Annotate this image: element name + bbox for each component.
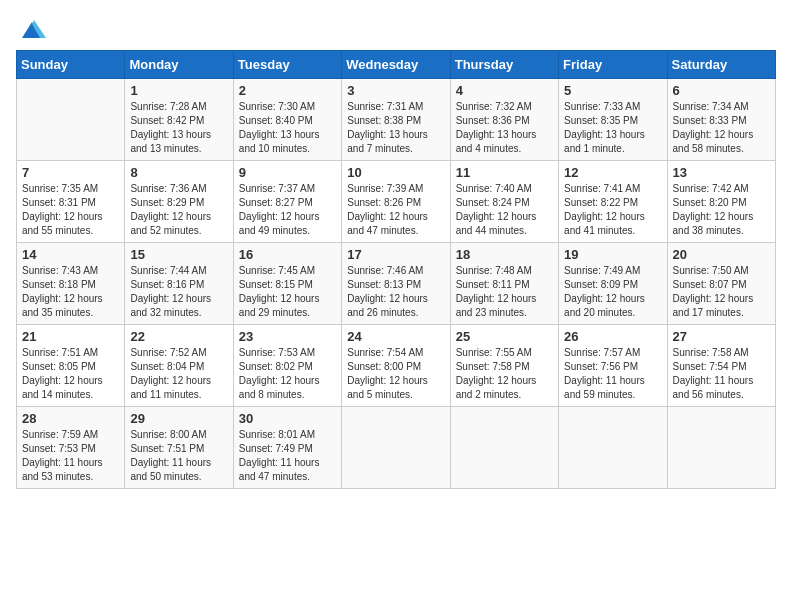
calendar-cell: 14Sunrise: 7:43 AM Sunset: 8:18 PM Dayli…	[17, 243, 125, 325]
day-header-friday: Friday	[559, 51, 667, 79]
day-number: 2	[239, 83, 336, 98]
day-content: Sunrise: 7:51 AM Sunset: 8:05 PM Dayligh…	[22, 346, 119, 402]
day-header-sunday: Sunday	[17, 51, 125, 79]
calendar-cell: 11Sunrise: 7:40 AM Sunset: 8:24 PM Dayli…	[450, 161, 558, 243]
day-number: 25	[456, 329, 553, 344]
calendar-cell: 19Sunrise: 7:49 AM Sunset: 8:09 PM Dayli…	[559, 243, 667, 325]
day-number: 30	[239, 411, 336, 426]
day-number: 29	[130, 411, 227, 426]
day-number: 26	[564, 329, 661, 344]
calendar-cell: 29Sunrise: 8:00 AM Sunset: 7:51 PM Dayli…	[125, 407, 233, 489]
calendar-cell: 6Sunrise: 7:34 AM Sunset: 8:33 PM Daylig…	[667, 79, 775, 161]
calendar-cell: 8Sunrise: 7:36 AM Sunset: 8:29 PM Daylig…	[125, 161, 233, 243]
day-content: Sunrise: 7:44 AM Sunset: 8:16 PM Dayligh…	[130, 264, 227, 320]
day-content: Sunrise: 7:53 AM Sunset: 8:02 PM Dayligh…	[239, 346, 336, 402]
day-content: Sunrise: 7:42 AM Sunset: 8:20 PM Dayligh…	[673, 182, 770, 238]
day-content: Sunrise: 7:55 AM Sunset: 7:58 PM Dayligh…	[456, 346, 553, 402]
calendar-cell: 10Sunrise: 7:39 AM Sunset: 8:26 PM Dayli…	[342, 161, 450, 243]
calendar-cell: 22Sunrise: 7:52 AM Sunset: 8:04 PM Dayli…	[125, 325, 233, 407]
logo	[16, 16, 46, 40]
day-number: 24	[347, 329, 444, 344]
day-number: 27	[673, 329, 770, 344]
calendar-cell: 12Sunrise: 7:41 AM Sunset: 8:22 PM Dayli…	[559, 161, 667, 243]
day-number: 7	[22, 165, 119, 180]
page-header	[16, 16, 776, 40]
calendar-cell	[17, 79, 125, 161]
calendar-cell	[559, 407, 667, 489]
day-content: Sunrise: 8:01 AM Sunset: 7:49 PM Dayligh…	[239, 428, 336, 484]
day-header-wednesday: Wednesday	[342, 51, 450, 79]
day-number: 1	[130, 83, 227, 98]
calendar-cell: 27Sunrise: 7:58 AM Sunset: 7:54 PM Dayli…	[667, 325, 775, 407]
day-content: Sunrise: 7:57 AM Sunset: 7:56 PM Dayligh…	[564, 346, 661, 402]
day-header-saturday: Saturday	[667, 51, 775, 79]
calendar-cell: 7Sunrise: 7:35 AM Sunset: 8:31 PM Daylig…	[17, 161, 125, 243]
calendar-cell: 25Sunrise: 7:55 AM Sunset: 7:58 PM Dayli…	[450, 325, 558, 407]
day-number: 3	[347, 83, 444, 98]
day-content: Sunrise: 7:31 AM Sunset: 8:38 PM Dayligh…	[347, 100, 444, 156]
day-content: Sunrise: 7:28 AM Sunset: 8:42 PM Dayligh…	[130, 100, 227, 156]
day-number: 10	[347, 165, 444, 180]
calendar-cell: 18Sunrise: 7:48 AM Sunset: 8:11 PM Dayli…	[450, 243, 558, 325]
calendar-cell: 21Sunrise: 7:51 AM Sunset: 8:05 PM Dayli…	[17, 325, 125, 407]
calendar-cell: 17Sunrise: 7:46 AM Sunset: 8:13 PM Dayli…	[342, 243, 450, 325]
calendar-cell: 16Sunrise: 7:45 AM Sunset: 8:15 PM Dayli…	[233, 243, 341, 325]
day-number: 4	[456, 83, 553, 98]
day-number: 19	[564, 247, 661, 262]
day-content: Sunrise: 7:30 AM Sunset: 8:40 PM Dayligh…	[239, 100, 336, 156]
day-header-tuesday: Tuesday	[233, 51, 341, 79]
day-number: 8	[130, 165, 227, 180]
calendar-week-row: 14Sunrise: 7:43 AM Sunset: 8:18 PM Dayli…	[17, 243, 776, 325]
day-content: Sunrise: 7:41 AM Sunset: 8:22 PM Dayligh…	[564, 182, 661, 238]
day-number: 6	[673, 83, 770, 98]
calendar-cell: 4Sunrise: 7:32 AM Sunset: 8:36 PM Daylig…	[450, 79, 558, 161]
day-content: Sunrise: 8:00 AM Sunset: 7:51 PM Dayligh…	[130, 428, 227, 484]
day-number: 28	[22, 411, 119, 426]
calendar-cell: 3Sunrise: 7:31 AM Sunset: 8:38 PM Daylig…	[342, 79, 450, 161]
day-content: Sunrise: 7:39 AM Sunset: 8:26 PM Dayligh…	[347, 182, 444, 238]
day-number: 5	[564, 83, 661, 98]
day-content: Sunrise: 7:37 AM Sunset: 8:27 PM Dayligh…	[239, 182, 336, 238]
day-content: Sunrise: 7:40 AM Sunset: 8:24 PM Dayligh…	[456, 182, 553, 238]
day-number: 23	[239, 329, 336, 344]
calendar-cell	[667, 407, 775, 489]
calendar-cell: 26Sunrise: 7:57 AM Sunset: 7:56 PM Dayli…	[559, 325, 667, 407]
day-content: Sunrise: 7:48 AM Sunset: 8:11 PM Dayligh…	[456, 264, 553, 320]
day-number: 11	[456, 165, 553, 180]
day-number: 22	[130, 329, 227, 344]
day-number: 12	[564, 165, 661, 180]
day-number: 9	[239, 165, 336, 180]
day-number: 20	[673, 247, 770, 262]
day-content: Sunrise: 7:33 AM Sunset: 8:35 PM Dayligh…	[564, 100, 661, 156]
day-content: Sunrise: 7:46 AM Sunset: 8:13 PM Dayligh…	[347, 264, 444, 320]
day-header-thursday: Thursday	[450, 51, 558, 79]
calendar-cell: 30Sunrise: 8:01 AM Sunset: 7:49 PM Dayli…	[233, 407, 341, 489]
day-number: 18	[456, 247, 553, 262]
calendar-cell: 24Sunrise: 7:54 AM Sunset: 8:00 PM Dayli…	[342, 325, 450, 407]
day-content: Sunrise: 7:43 AM Sunset: 8:18 PM Dayligh…	[22, 264, 119, 320]
calendar-week-row: 21Sunrise: 7:51 AM Sunset: 8:05 PM Dayli…	[17, 325, 776, 407]
day-content: Sunrise: 7:52 AM Sunset: 8:04 PM Dayligh…	[130, 346, 227, 402]
calendar-cell: 5Sunrise: 7:33 AM Sunset: 8:35 PM Daylig…	[559, 79, 667, 161]
calendar-cell	[342, 407, 450, 489]
calendar-cell: 28Sunrise: 7:59 AM Sunset: 7:53 PM Dayli…	[17, 407, 125, 489]
calendar-week-row: 28Sunrise: 7:59 AM Sunset: 7:53 PM Dayli…	[17, 407, 776, 489]
calendar-table: SundayMondayTuesdayWednesdayThursdayFrid…	[16, 50, 776, 489]
calendar-week-row: 1Sunrise: 7:28 AM Sunset: 8:42 PM Daylig…	[17, 79, 776, 161]
day-content: Sunrise: 7:50 AM Sunset: 8:07 PM Dayligh…	[673, 264, 770, 320]
day-content: Sunrise: 7:58 AM Sunset: 7:54 PM Dayligh…	[673, 346, 770, 402]
calendar-cell: 2Sunrise: 7:30 AM Sunset: 8:40 PM Daylig…	[233, 79, 341, 161]
calendar-header-row: SundayMondayTuesdayWednesdayThursdayFrid…	[17, 51, 776, 79]
day-content: Sunrise: 7:49 AM Sunset: 8:09 PM Dayligh…	[564, 264, 661, 320]
calendar-cell: 1Sunrise: 7:28 AM Sunset: 8:42 PM Daylig…	[125, 79, 233, 161]
day-content: Sunrise: 7:32 AM Sunset: 8:36 PM Dayligh…	[456, 100, 553, 156]
day-number: 13	[673, 165, 770, 180]
calendar-cell: 23Sunrise: 7:53 AM Sunset: 8:02 PM Dayli…	[233, 325, 341, 407]
day-content: Sunrise: 7:54 AM Sunset: 8:00 PM Dayligh…	[347, 346, 444, 402]
calendar-cell: 20Sunrise: 7:50 AM Sunset: 8:07 PM Dayli…	[667, 243, 775, 325]
day-number: 21	[22, 329, 119, 344]
day-number: 17	[347, 247, 444, 262]
day-header-monday: Monday	[125, 51, 233, 79]
calendar-week-row: 7Sunrise: 7:35 AM Sunset: 8:31 PM Daylig…	[17, 161, 776, 243]
day-content: Sunrise: 7:59 AM Sunset: 7:53 PM Dayligh…	[22, 428, 119, 484]
